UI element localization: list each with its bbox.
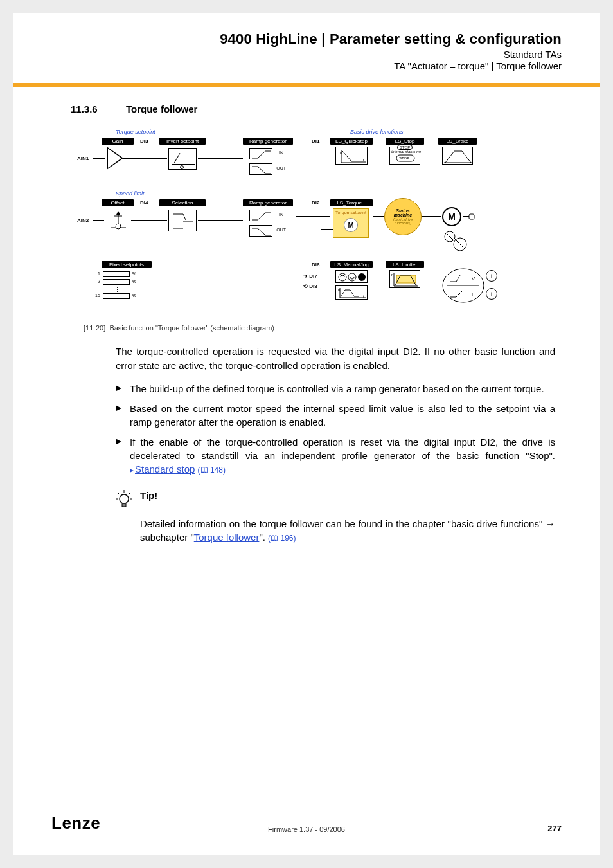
pageref-196: (🕮 196) <box>268 534 296 543</box>
svg-line-41 <box>129 493 130 494</box>
content: 11.3.6 Torque follower Torque setpoint S… <box>13 87 600 545</box>
ramp-out-icon-2: OUT <box>249 225 272 237</box>
svg-point-3 <box>116 224 121 229</box>
tip-block: Tip! <box>116 490 555 512</box>
group-line <box>151 194 302 194</box>
svg-line-8 <box>183 214 186 220</box>
vf-block: V F <box>441 266 486 306</box>
block-ramp-generator-2: Ramp generator <box>243 199 293 206</box>
block-offset: Offset <box>102 199 134 206</box>
block-selection: Selection <box>159 199 206 206</box>
summer-icon-1: + <box>486 270 497 282</box>
bullet-3-text: If the enable of the torque-controlled o… <box>130 437 555 461</box>
doc-subtitle-2: TA "Actuator – torque" | Torque follower <box>51 60 562 71</box>
label-di7: ➔ DI7 <box>303 273 317 279</box>
ramp-out-label: OUT <box>276 166 286 170</box>
block-ls-quickstop: LS_Quickstop <box>330 138 373 145</box>
group-line <box>102 132 114 132</box>
caption-prefix: [11-20] <box>84 324 105 332</box>
bullet-list: The build-up of the defined torque is co… <box>116 382 555 476</box>
caption-text: Basic function "Torque follower" (schema… <box>109 324 274 332</box>
wire <box>321 140 330 140</box>
wire <box>123 158 167 159</box>
wire <box>93 220 104 221</box>
figure-caption: [11-20] Basic function "Torque follower"… <box>84 324 562 332</box>
block-ls-manualjog: LS_ManualJog <box>330 261 373 268</box>
block-ls-limiter: LS_Limiter <box>386 261 424 268</box>
page: 9400 HighLine | Parameter setting & conf… <box>13 13 600 855</box>
svg-text:F: F <box>472 291 475 297</box>
wire <box>321 229 333 230</box>
page-number: 277 <box>547 824 562 833</box>
svg-rect-18 <box>469 214 474 219</box>
section-number: 11.3.6 <box>71 104 109 114</box>
page-header: 9400 HighLine | Parameter setting & conf… <box>13 13 600 78</box>
ramp-in-label-2: IN <box>279 212 283 217</box>
svg-text:n: n <box>391 273 393 276</box>
ramp-out-icon: OUT <box>249 163 272 175</box>
bullet-2: Based on the current motor speed the int… <box>116 402 555 429</box>
wire <box>296 216 330 217</box>
link-standard-stop[interactable]: Standard stop <box>135 464 195 475</box>
svg-line-21 <box>446 233 454 240</box>
label-di6: DI6 <box>312 262 319 267</box>
svg-text:V: V <box>472 276 475 282</box>
group-line <box>414 132 511 132</box>
section-title: Torque follower <box>126 104 197 114</box>
ls-brake-icon <box>442 147 473 165</box>
section-heading: 11.3.6 Torque follower <box>71 104 562 114</box>
gear-icon <box>442 229 474 256</box>
wire <box>373 216 384 217</box>
block-gain: Gain <box>102 138 134 145</box>
motor-icon: M <box>442 207 461 226</box>
wire <box>198 220 243 221</box>
group-label-speed-limit: Speed limit <box>116 190 145 197</box>
doc-title: 9400 HighLine | Parameter setting & conf… <box>51 31 562 48</box>
selection-icon <box>168 210 197 231</box>
svg-line-40 <box>118 493 120 494</box>
fixed-row-15: 15 % <box>95 293 136 299</box>
svg-point-25 <box>358 273 366 281</box>
label-di3: DI3 <box>140 138 148 144</box>
link-torque-follower[interactable]: Torque follower <box>194 532 260 543</box>
ls-limiter-icon: n t <box>389 270 420 288</box>
label-ain1: AIN1 <box>77 156 89 161</box>
label-di4: DI4 <box>140 200 148 206</box>
invert-icon <box>168 148 197 170</box>
diagram-container: Torque setpoint Speed limit Basic drive … <box>77 126 562 332</box>
offset-icon <box>105 210 131 234</box>
block-ls-brake: LS_Brake <box>438 138 477 145</box>
lightbulb-icon <box>116 490 132 512</box>
brand-logo: Lenze <box>51 813 100 833</box>
svg-line-22 <box>455 239 465 249</box>
footer-center-text: Firmware 1.37 - 09/2006 <box>268 826 345 833</box>
coupling-icon <box>463 213 475 220</box>
label-di2: DI2 <box>312 200 319 206</box>
group-line <box>335 132 348 132</box>
svg-point-23 <box>339 273 346 281</box>
ls-manualjog-icon <box>335 270 368 283</box>
torque-setpoint-box: Torque setpoint M <box>333 208 369 238</box>
wire <box>131 220 167 221</box>
svg-rect-33 <box>396 275 416 283</box>
label-ain2: AIN2 <box>77 217 89 223</box>
block-invert-setpoint: Invert setpoint <box>159 138 206 145</box>
tip-title: Tip! <box>140 490 157 501</box>
block-ls-stop: LS_Stop <box>386 138 424 145</box>
wire <box>422 216 441 217</box>
svg-text:STOP: STOP <box>399 156 409 160</box>
svg-marker-4 <box>116 211 120 215</box>
bullet-3: If the enable of the torque-controlled o… <box>116 435 555 476</box>
group-line <box>167 132 302 132</box>
svg-point-24 <box>348 273 356 281</box>
fixed-row-2: 2 % <box>98 279 136 285</box>
schematic-diagram: Torque setpoint Speed limit Basic drive … <box>77 126 514 319</box>
ls-manualjog-icon-2: nt <box>335 285 368 300</box>
motor-m-small-icon: M <box>344 218 358 232</box>
block-ramp-generator-1: Ramp generator <box>243 138 293 145</box>
group-label-torque-setpoint: Torque setpoint <box>116 129 155 135</box>
svg-point-44 <box>120 494 129 503</box>
summer-icon-2: + <box>486 288 497 300</box>
block-fixed-setpoints: Fixed setpoints <box>102 261 152 268</box>
amplifier-icon <box>107 147 123 170</box>
